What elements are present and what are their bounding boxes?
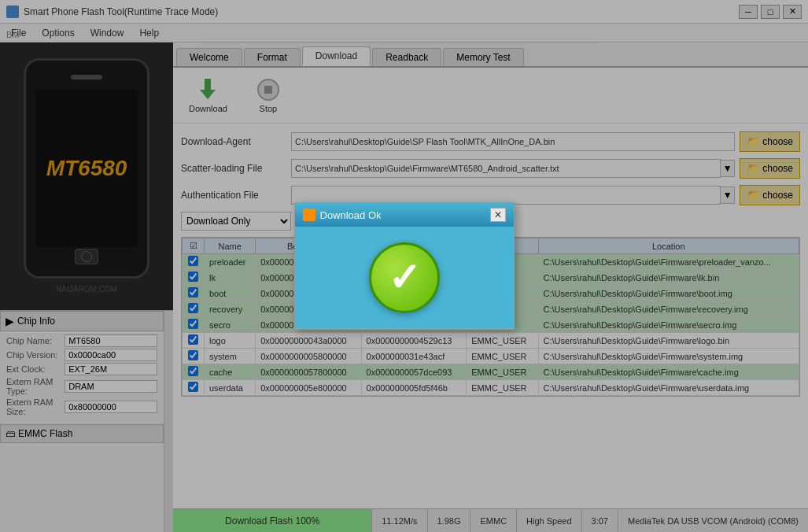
modal-header: Download Ok ✕: [295, 203, 514, 227]
modal-body: ✓: [295, 227, 514, 329]
checkmark-icon: ✓: [388, 258, 421, 297]
modal-header-icon: [303, 209, 315, 221]
modal-close-button[interactable]: ✕: [490, 208, 506, 222]
modal-title: Download Ok: [320, 209, 382, 221]
modal-overlay[interactable]: Download Ok ✕ ✓: [0, 0, 808, 532]
download-ok-modal: Download Ok ✕ ✓: [294, 202, 515, 330]
success-icon: ✓: [369, 242, 440, 313]
